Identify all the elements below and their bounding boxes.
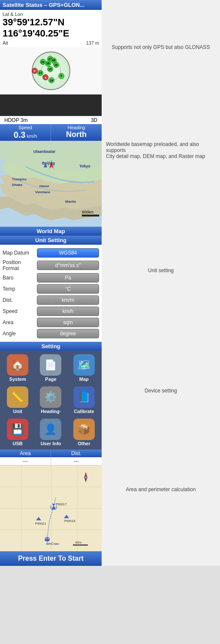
svg-text:BHCnav: BHCnav: [46, 542, 59, 546]
setting-grid: 🏠System📄Page🗺️Map📏Unit⚙️Heading·📘Calibra…: [0, 351, 102, 450]
svg-text:Pt0019: Pt0019: [64, 519, 75, 523]
sat-19: 19: [53, 62, 59, 68]
setting-item-calibrate[interactable]: 📘Calibrate: [68, 385, 100, 416]
unit-btn-3[interactable]: °C: [37, 284, 99, 294]
unit-description: Unit setting: [148, 267, 174, 273]
heading-col: Heading North: [51, 124, 102, 141]
setting-label-8: Other: [78, 441, 90, 446]
lat-lon-label: Lat & Lon: [3, 12, 99, 17]
setting-description: Device setting: [145, 388, 177, 394]
right-setting-desc: Device setting: [102, 335, 220, 447]
setting-label-6: USB: [13, 441, 23, 446]
right-unit-desc: Unit setting: [102, 206, 220, 335]
unit-btn-0[interactable]: WGS84: [37, 248, 99, 258]
svg-text:Hanoi: Hanoi: [39, 184, 49, 188]
unit-row-6: Areasqm: [3, 318, 99, 327]
speed-col: Speed 0.3 km/h: [0, 124, 51, 141]
unit-row-3: Temp°C: [3, 284, 99, 294]
setting-item-system[interactable]: 🏠System: [2, 352, 33, 383]
speed-value: 0.3: [14, 130, 26, 140]
unit-label-4: Dist.: [3, 297, 37, 303]
unit-row-1: Position Formatd°mm'ss.s": [3, 259, 99, 271]
unit-row-7: Angledegree: [3, 329, 99, 338]
setting-header: Setting: [0, 342, 102, 351]
unit-btn-5[interactable]: km/h: [37, 307, 99, 316]
unit-label-0: Map Datum: [3, 250, 37, 256]
title-text: Satellite Status – GPS+GLON...: [3, 2, 84, 8]
world-map-area: Ulaanbaatar Beijing Tokyo Thimphu Dhaka …: [0, 141, 102, 227]
dist-col-header: Dist.: [51, 450, 102, 457]
unit-btn-4[interactable]: km/m: [37, 295, 99, 305]
unit-label-3: Temp: [3, 286, 37, 292]
svg-text:Beijing: Beijing: [42, 161, 55, 165]
speed-unit: km/h: [27, 134, 37, 139]
map-scale: 800km: [82, 210, 99, 216]
alt-value: 137 m: [86, 40, 99, 46]
sat-18: 18: [45, 61, 51, 67]
dist-value: ---: [51, 457, 102, 465]
right-worldmap-desc: Worldwide basemap preloaded, and also su…: [102, 94, 220, 206]
satellite-circle: 27 22 18 66 15 19 21 5 24 ● ●: [32, 52, 70, 90]
unit-row-2: BaroPa: [3, 273, 99, 283]
setting-label-0: System: [9, 377, 26, 382]
lat-value: 39°59'12.57"N: [3, 17, 99, 28]
setting-label-5: Calibrate: [74, 409, 94, 414]
setting-icon-3: 📏: [7, 386, 28, 408]
sat-red-1: ●: [32, 68, 38, 74]
svg-text:Pt0021: Pt0021: [35, 522, 46, 526]
area-value: ---: [0, 457, 51, 465]
svg-text:Ulaanbaatar: Ulaanbaatar: [33, 149, 56, 154]
speed-heading-bar: Speed 0.3 km/h Heading North: [0, 124, 102, 141]
setting-label-3: Unit: [13, 409, 22, 414]
unit-btn-1[interactable]: d°mm'ss.s": [37, 261, 99, 270]
area-dist-values: --- ---: [0, 457, 102, 465]
speed-label: Speed: [0, 125, 51, 130]
sat-red-2: ●: [42, 74, 48, 80]
unit-setting-table: Map DatumWGS84Position Formatd°mm'ss.s"B…: [0, 245, 102, 342]
bottom-map: Pt0017 Pt0021 Pt0019 BHCnav 40m: [0, 465, 102, 551]
area-dist-header: Area Dist.: [0, 450, 102, 457]
scale-line: [82, 215, 99, 216]
svg-text:40m: 40m: [75, 541, 82, 544]
unit-btn-2[interactable]: Pa: [37, 273, 99, 283]
sat-5: 5: [58, 73, 64, 79]
area-col-header: Area: [0, 450, 51, 457]
setting-item-unit[interactable]: 📏Unit: [2, 385, 33, 416]
bottom-map-svg: Pt0017 Pt0021 Pt0019 BHCnav 40m: [0, 465, 102, 551]
right-panel: Supports not only GPS but also GLONASS W…: [102, 0, 220, 566]
sat-24: 24: [48, 77, 54, 83]
setting-item-user-info[interactable]: 👤User Info: [35, 417, 66, 448]
setting-item-map[interactable]: 🗺️Map: [68, 352, 100, 383]
unit-row-5: Speedkm/h: [3, 307, 99, 316]
setting-item-heading-calibrate[interactable]: ⚙️Heading·: [35, 385, 66, 416]
press-enter-bar[interactable]: Press Enter To Start: [0, 551, 102, 566]
unit-btn-6[interactable]: sqm: [37, 318, 99, 327]
setting-label-7: User Info: [41, 441, 61, 446]
heading-value: North: [51, 130, 102, 139]
unit-label-6: Area: [3, 319, 37, 325]
hdop-label: HDOP 3m: [4, 117, 27, 123]
setting-label-4: Heading·: [41, 409, 60, 414]
sat-15: 15: [47, 66, 53, 72]
gps-description: Supports not only GPS but also GLONASS: [112, 44, 210, 50]
setting-label-1: Page: [45, 377, 56, 382]
hdop-mode: 3D: [91, 117, 97, 123]
signal-bars-container: [0, 94, 102, 116]
setting-icon-1: 📄: [40, 354, 61, 376]
title-bar: Satellite Status – GPS+GLON...: [0, 0, 102, 10]
setting-icon-4: ⚙️: [40, 386, 61, 408]
setting-item-other[interactable]: 📦Other: [68, 417, 100, 448]
heading-label: Heading: [51, 125, 102, 130]
svg-text:Thimphu: Thimphu: [12, 177, 27, 181]
setting-item-page[interactable]: 📄Page: [35, 352, 66, 383]
unit-btn-7[interactable]: degree: [37, 329, 99, 338]
world-map-title: World Map: [0, 227, 102, 236]
setting-icon-5: 📘: [73, 386, 95, 408]
gps-section: Lat & Lon 39°59'12.57"N 116°19'40.25"E A…: [0, 10, 102, 47]
setting-item-usb[interactable]: 💾USB: [2, 417, 33, 448]
satellite-display: 27 22 18 66 15 19 21 5 24 ● ●: [0, 47, 102, 94]
setting-icon-2: 🗺️: [73, 354, 95, 376]
svg-text:Vientiane: Vientiane: [35, 190, 51, 194]
svg-text:Tokyo: Tokyo: [79, 164, 90, 168]
unit-setting-header: Unit Setting: [0, 236, 102, 245]
